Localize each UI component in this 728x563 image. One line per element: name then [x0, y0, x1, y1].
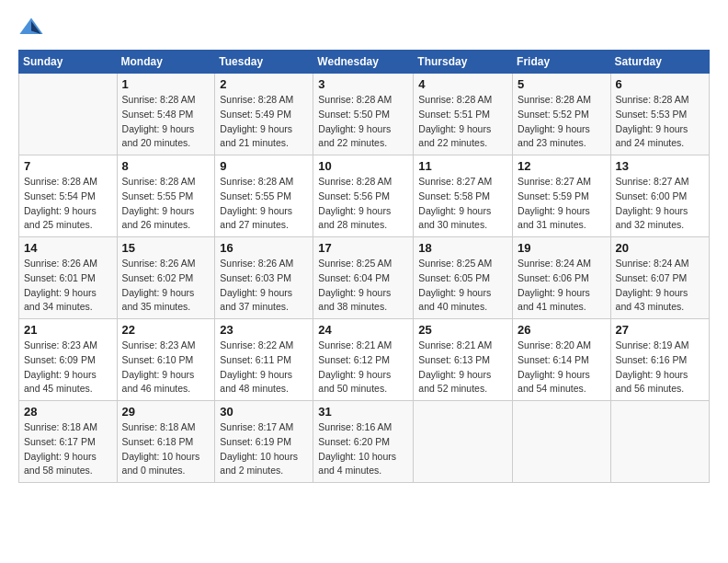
day-number: 3: [318, 77, 408, 91]
day-detail: Sunrise: 8:21 AMSunset: 6:13 PMDaylight:…: [418, 339, 507, 396]
day-number: 5: [518, 77, 606, 91]
calendar-cell: 29Sunrise: 8:18 AMSunset: 6:18 PMDayligh…: [117, 401, 215, 483]
calendar-cell: 27Sunrise: 8:19 AMSunset: 6:16 PMDayligh…: [610, 319, 709, 401]
calendar-cell: 9Sunrise: 8:28 AMSunset: 5:55 PMDaylight…: [215, 155, 313, 237]
day-detail: Sunrise: 8:26 AMSunset: 6:02 PMDaylight:…: [122, 257, 210, 315]
calendar-cell: 13Sunrise: 8:27 AMSunset: 6:00 PMDayligh…: [610, 155, 709, 237]
calendar-cell: 12Sunrise: 8:27 AMSunset: 5:59 PMDayligh…: [513, 155, 611, 237]
day-detail: Sunrise: 8:17 AMSunset: 6:19 PMDaylight:…: [220, 420, 308, 478]
day-detail: Sunrise: 8:25 AMSunset: 6:05 PMDaylight:…: [418, 257, 507, 315]
day-detail: Sunrise: 8:16 AMSunset: 6:20 PMDaylight:…: [318, 420, 408, 478]
calendar-week-1: 1Sunrise: 8:28 AMSunset: 5:48 PMDaylight…: [19, 74, 710, 155]
day-detail: Sunrise: 8:18 AMSunset: 6:17 PMDaylight:…: [24, 420, 112, 478]
col-header-sunday: Sunday: [19, 51, 118, 74]
day-number: 26: [518, 323, 606, 337]
calendar-cell: 22Sunrise: 8:23 AMSunset: 6:10 PMDayligh…: [117, 319, 215, 401]
day-number: 27: [616, 323, 704, 337]
calendar-week-3: 14Sunrise: 8:26 AMSunset: 6:01 PMDayligh…: [19, 237, 710, 319]
calendar-cell: 2Sunrise: 8:28 AMSunset: 5:49 PMDaylight…: [215, 74, 313, 155]
day-number: 13: [616, 159, 704, 173]
calendar-cell: 11Sunrise: 8:27 AMSunset: 5:58 PMDayligh…: [414, 155, 513, 237]
day-number: 7: [24, 159, 112, 173]
day-number: 24: [318, 323, 408, 337]
day-number: 17: [318, 241, 408, 255]
calendar-week-4: 21Sunrise: 8:23 AMSunset: 6:09 PMDayligh…: [19, 319, 710, 401]
day-number: 2: [220, 77, 308, 91]
calendar-cell: [610, 401, 709, 483]
day-number: 20: [616, 241, 704, 255]
calendar-cell: 30Sunrise: 8:17 AMSunset: 6:19 PMDayligh…: [215, 401, 313, 483]
calendar-week-5: 28Sunrise: 8:18 AMSunset: 6:17 PMDayligh…: [19, 401, 710, 483]
day-number: 10: [318, 159, 408, 173]
calendar-cell: 28Sunrise: 8:18 AMSunset: 6:17 PMDayligh…: [19, 401, 118, 483]
calendar-cell: 10Sunrise: 8:28 AMSunset: 5:56 PMDayligh…: [313, 155, 414, 237]
day-number: 4: [418, 77, 507, 91]
day-number: 23: [220, 323, 308, 337]
day-number: 6: [616, 77, 704, 91]
day-number: 16: [220, 241, 308, 255]
day-detail: Sunrise: 8:18 AMSunset: 6:18 PMDaylight:…: [122, 420, 210, 478]
day-number: 1: [122, 77, 210, 91]
day-detail: Sunrise: 8:23 AMSunset: 6:10 PMDaylight:…: [122, 339, 210, 396]
col-header-tuesday: Tuesday: [215, 51, 313, 74]
col-header-wednesday: Wednesday: [313, 51, 414, 74]
calendar-week-2: 7Sunrise: 8:28 AMSunset: 5:54 PMDaylight…: [19, 155, 710, 237]
day-detail: Sunrise: 8:27 AMSunset: 5:58 PMDaylight:…: [418, 175, 507, 233]
day-number: 30: [220, 405, 308, 419]
day-detail: Sunrise: 8:21 AMSunset: 6:12 PMDaylight:…: [318, 339, 408, 396]
day-detail: Sunrise: 8:24 AMSunset: 6:07 PMDaylight:…: [616, 257, 704, 315]
day-number: 31: [318, 405, 408, 419]
day-number: 11: [418, 159, 507, 173]
calendar-cell: 6Sunrise: 8:28 AMSunset: 5:53 PMDaylight…: [610, 74, 709, 155]
day-detail: Sunrise: 8:28 AMSunset: 5:52 PMDaylight:…: [518, 93, 606, 151]
day-number: 22: [122, 323, 210, 337]
col-header-thursday: Thursday: [414, 51, 513, 74]
day-detail: Sunrise: 8:26 AMSunset: 6:03 PMDaylight:…: [220, 257, 308, 315]
day-detail: Sunrise: 8:20 AMSunset: 6:14 PMDaylight:…: [518, 339, 606, 396]
calendar-cell: 8Sunrise: 8:28 AMSunset: 5:55 PMDaylight…: [117, 155, 215, 237]
calendar-cell: 4Sunrise: 8:28 AMSunset: 5:51 PMDaylight…: [414, 74, 513, 155]
calendar-cell: 25Sunrise: 8:21 AMSunset: 6:13 PMDayligh…: [414, 319, 513, 401]
calendar-cell: 31Sunrise: 8:16 AMSunset: 6:20 PMDayligh…: [313, 401, 414, 483]
calendar-cell: [19, 74, 118, 155]
col-header-friday: Friday: [513, 51, 611, 74]
day-detail: Sunrise: 8:23 AMSunset: 6:09 PMDaylight:…: [24, 339, 112, 396]
calendar-cell: 7Sunrise: 8:28 AMSunset: 5:54 PMDaylight…: [19, 155, 118, 237]
day-detail: Sunrise: 8:19 AMSunset: 6:16 PMDaylight:…: [616, 339, 704, 396]
day-detail: Sunrise: 8:28 AMSunset: 5:55 PMDaylight:…: [122, 175, 210, 233]
day-detail: Sunrise: 8:27 AMSunset: 6:00 PMDaylight:…: [616, 175, 704, 233]
day-detail: Sunrise: 8:28 AMSunset: 5:49 PMDaylight:…: [220, 93, 308, 151]
calendar-cell: 3Sunrise: 8:28 AMSunset: 5:50 PMDaylight…: [313, 74, 414, 155]
day-number: 12: [518, 159, 606, 173]
calendar-cell: 21Sunrise: 8:23 AMSunset: 6:09 PMDayligh…: [19, 319, 118, 401]
day-number: 25: [418, 323, 507, 337]
calendar-cell: 5Sunrise: 8:28 AMSunset: 5:52 PMDaylight…: [513, 74, 611, 155]
day-detail: Sunrise: 8:26 AMSunset: 6:01 PMDaylight:…: [24, 257, 112, 315]
day-detail: Sunrise: 8:28 AMSunset: 5:53 PMDaylight:…: [616, 93, 704, 151]
calendar-cell: 15Sunrise: 8:26 AMSunset: 6:02 PMDayligh…: [117, 237, 215, 319]
calendar-cell: 26Sunrise: 8:20 AMSunset: 6:14 PMDayligh…: [513, 319, 611, 401]
day-detail: Sunrise: 8:28 AMSunset: 5:54 PMDaylight:…: [24, 175, 112, 233]
col-header-saturday: Saturday: [610, 51, 709, 74]
day-number: 18: [418, 241, 507, 255]
day-number: 14: [24, 241, 112, 255]
col-header-monday: Monday: [117, 51, 215, 74]
header-row: SundayMondayTuesdayWednesdayThursdayFrid…: [19, 51, 710, 74]
calendar-cell: [414, 401, 513, 483]
calendar-cell: 1Sunrise: 8:28 AMSunset: 5:48 PMDaylight…: [117, 74, 215, 155]
day-number: 21: [24, 323, 112, 337]
calendar-cell: 19Sunrise: 8:24 AMSunset: 6:06 PMDayligh…: [513, 237, 611, 319]
calendar-cell: 14Sunrise: 8:26 AMSunset: 6:01 PMDayligh…: [19, 237, 118, 319]
day-number: 9: [220, 159, 308, 173]
day-number: 19: [518, 241, 606, 255]
day-detail: Sunrise: 8:28 AMSunset: 5:55 PMDaylight:…: [220, 175, 308, 233]
day-detail: Sunrise: 8:22 AMSunset: 6:11 PMDaylight:…: [220, 339, 308, 396]
calendar-header: SundayMondayTuesdayWednesdayThursdayFrid…: [19, 51, 710, 74]
calendar-cell: 18Sunrise: 8:25 AMSunset: 6:05 PMDayligh…: [414, 237, 513, 319]
day-detail: Sunrise: 8:27 AMSunset: 5:59 PMDaylight:…: [518, 175, 606, 233]
calendar-body: 1Sunrise: 8:28 AMSunset: 5:48 PMDaylight…: [19, 74, 710, 483]
calendar-cell: 23Sunrise: 8:22 AMSunset: 6:11 PMDayligh…: [215, 319, 313, 401]
day-detail: Sunrise: 8:28 AMSunset: 5:56 PMDaylight:…: [318, 175, 408, 233]
calendar-cell: 16Sunrise: 8:26 AMSunset: 6:03 PMDayligh…: [215, 237, 313, 319]
header: [18, 15, 710, 40]
